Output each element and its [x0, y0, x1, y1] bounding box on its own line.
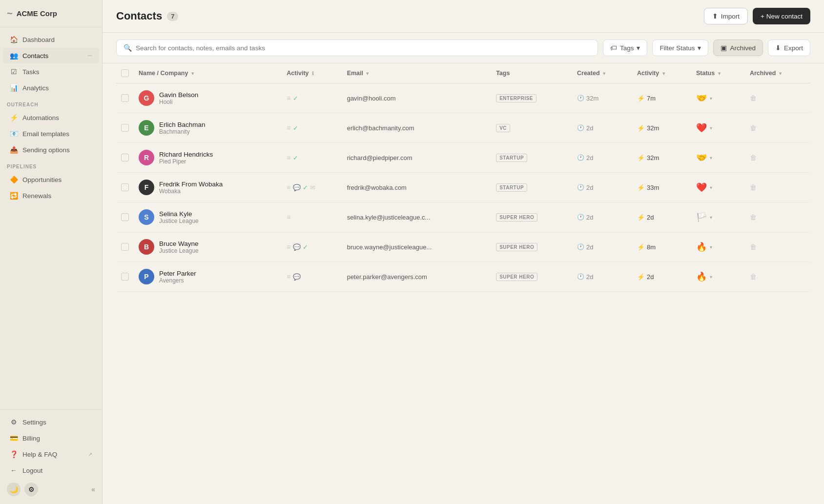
- activity-cell-2: ⚡ 32m: [632, 113, 691, 143]
- export-button[interactable]: ⬇ Export: [768, 40, 810, 56]
- status-dropdown-5[interactable]: ▾: [710, 215, 712, 220]
- contact-name-7[interactable]: Peter Parker: [159, 270, 196, 277]
- row-checkbox-cell: [116, 262, 134, 292]
- search-input[interactable]: [136, 44, 591, 52]
- pipelines-section-label: PIPELINES: [0, 158, 102, 171]
- row-checkbox-2[interactable]: [121, 124, 129, 132]
- sidebar-nav: 🏠 Dashboard 👥 Contacts ☑ Tasks 📊 Analyti…: [0, 27, 102, 409]
- import-button[interactable]: ⬆ Import: [704, 8, 748, 24]
- sidebar-item-email-templates[interactable]: 📧 Email templates: [3, 126, 99, 141]
- email-cell-1[interactable]: gavin@hooli.com: [342, 83, 491, 113]
- row-checkbox-cell: [116, 202, 134, 232]
- activity-time-2: 32m: [647, 124, 659, 132]
- email-cell-7[interactable]: peter.parker@avengers.com: [342, 262, 491, 292]
- avatar-4: F: [139, 180, 154, 195]
- row-checkbox-5[interactable]: [121, 213, 129, 221]
- contact-info-3: Richard Hendricks Pied Piper: [159, 151, 213, 165]
- new-contact-button[interactable]: + New contact: [753, 8, 810, 24]
- email-cell-5[interactable]: selina.kyle@justiceleague.c...: [342, 202, 491, 232]
- nav-badge-contacts: [87, 55, 92, 56]
- contact-name-5[interactable]: Selina Kyle: [159, 210, 199, 218]
- sidebar-item-dashboard[interactable]: 🏠 Dashboard: [3, 32, 99, 47]
- sidebar-item-contacts[interactable]: 👥 Contacts: [3, 48, 99, 63]
- row-checkbox-3[interactable]: [121, 154, 129, 161]
- row-checkbox-4[interactable]: [121, 183, 129, 191]
- status-dropdown-7[interactable]: ▾: [710, 274, 712, 280]
- contact-name-4[interactable]: Fredrik From Wobaka: [159, 181, 223, 188]
- clock-icon: 🕐: [577, 124, 584, 131]
- trash-icon-4[interactable]: 🗑: [750, 183, 757, 191]
- trash-icon-1[interactable]: 🗑: [750, 94, 757, 102]
- email-cell-2[interactable]: erlich@bachmanity.com: [342, 113, 491, 143]
- bolt-icon-1: ⚡: [637, 95, 645, 102]
- contact-cell: S Selina Kyle Justice League: [134, 202, 282, 232]
- nav-icon-billing: 💳: [10, 434, 18, 442]
- created-cell-7: 🕐 2d: [572, 262, 632, 292]
- check-icon: ✓: [303, 243, 308, 251]
- activity-seq-cell: ≡💬✓✉: [282, 173, 342, 202]
- contact-info-6: Bruce Wayne Justice League: [159, 240, 199, 254]
- contact-name-3[interactable]: Richard Hendricks: [159, 151, 213, 158]
- email-cell-6[interactable]: bruce.wayne@justiceleague...: [342, 232, 491, 262]
- dark-mode-button[interactable]: 🌙: [7, 483, 21, 496]
- sidebar-item-help[interactable]: ❓ Help & FAQ ↗: [3, 446, 99, 462]
- email-sort-icon: ▾: [366, 71, 369, 76]
- status-dropdown-4[interactable]: ▾: [710, 185, 712, 190]
- tag-cell-6: SUPER HERO: [491, 232, 572, 262]
- sidebar-item-automations[interactable]: ⚡ Automations: [3, 110, 99, 125]
- row-checkbox-1[interactable]: [121, 94, 129, 102]
- contact-name-2[interactable]: Erlich Bachman: [159, 121, 206, 128]
- sidebar-item-billing[interactable]: 💳 Billing: [3, 430, 99, 446]
- row-checkbox-6[interactable]: [121, 243, 129, 251]
- filter-status-button[interactable]: Filter Status ▾: [652, 40, 708, 56]
- tag-badge-4: STARTUP: [496, 183, 527, 192]
- sidebar-item-settings[interactable]: ⚙ Settings: [3, 414, 99, 430]
- email-cell-3[interactable]: richard@piedpiper.com: [342, 143, 491, 173]
- collapse-sidebar-button[interactable]: «: [91, 485, 95, 493]
- filter-status-chevron-icon: ▾: [698, 44, 701, 52]
- archived-cell-4: 🗑: [745, 173, 810, 202]
- status-emoji-4: ❤️: [696, 182, 707, 193]
- trash-icon-5[interactable]: 🗑: [750, 213, 757, 221]
- theme-settings-button[interactable]: ⚙: [24, 483, 38, 496]
- sidebar-item-analytics[interactable]: 📊 Analytics: [3, 80, 99, 96]
- contact-name-1[interactable]: Gavin Belson: [159, 91, 198, 99]
- contact-name-6[interactable]: Bruce Wayne: [159, 240, 199, 247]
- stack-icon: ≡: [287, 94, 290, 102]
- sidebar-item-logout[interactable]: ← Logout: [3, 463, 99, 478]
- page-title-text: Contacts: [116, 10, 162, 22]
- activity-seq-cell: ≡: [282, 202, 342, 232]
- status-dropdown-3[interactable]: ▾: [710, 155, 712, 161]
- trash-icon-6[interactable]: 🗑: [750, 243, 757, 251]
- archived-button[interactable]: ▣ Archived: [713, 40, 763, 56]
- row-checkbox-7[interactable]: [121, 273, 129, 281]
- trash-icon-3[interactable]: 🗑: [750, 154, 757, 161]
- status-dropdown-2[interactable]: ▾: [710, 125, 712, 131]
- tags-filter-button[interactable]: 🏷 Tags ▾: [603, 40, 648, 56]
- status-dropdown-6[interactable]: ▾: [710, 244, 712, 250]
- page-title: Contacts 7: [116, 10, 178, 22]
- activity-time-1: 7m: [647, 95, 656, 102]
- nav-label-sending-options: Sending options: [22, 146, 70, 154]
- status-cell-4: ❤️ ▾: [691, 173, 745, 202]
- sidebar-item-opportunities[interactable]: 🔶 Opportunities: [3, 172, 99, 187]
- sidebar-item-sending-options[interactable]: 📤 Sending options: [3, 142, 99, 158]
- sidebar-bottom: 🌙 ⚙ «: [0, 479, 102, 500]
- activity-seq-cell: ≡💬: [282, 262, 342, 292]
- new-contact-label: + New contact: [761, 13, 803, 20]
- activity-cell-4: ⚡ 33m: [632, 173, 691, 202]
- created-time-2: 2d: [586, 124, 593, 132]
- table-row: P Peter Parker Avengers ≡💬 peter.parker@…: [116, 262, 810, 292]
- email-cell-4[interactable]: fredrik@wobaka.com: [342, 173, 491, 202]
- status-dropdown-1[interactable]: ▾: [710, 96, 712, 101]
- created-cell-1: 🕐 32m: [572, 83, 632, 113]
- sidebar-item-renewals[interactable]: 🔁 Renewals: [3, 188, 99, 203]
- tag-cell-4: STARTUP: [491, 173, 572, 202]
- contact-company-4: Wobaka: [159, 188, 223, 195]
- status-emoji-6: 🔥: [696, 242, 707, 252]
- select-all-checkbox[interactable]: [121, 69, 129, 77]
- trash-icon-7[interactable]: 🗑: [750, 273, 757, 281]
- sidebar-item-tasks[interactable]: ☑ Tasks: [3, 64, 99, 80]
- nav-icon-renewals: 🔁: [10, 192, 18, 200]
- trash-icon-2[interactable]: 🗑: [750, 124, 757, 132]
